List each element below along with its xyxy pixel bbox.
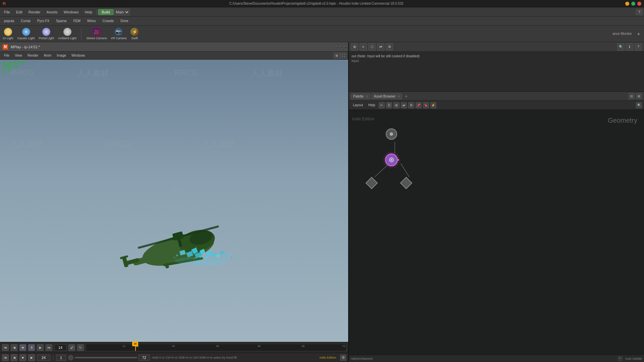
range-start-btn[interactable] (68, 355, 73, 360)
cut-btn[interactable]: ✂ (379, 102, 385, 108)
indie-edition-badge: Indie Edition (317, 356, 338, 359)
mplay-menu-render[interactable]: Render (25, 53, 41, 58)
right-panel: ⊞ ≡ ⬡ ⇄ ⚙ 🔍 ℹ ? out (Note: Input will be… (349, 42, 644, 362)
maximize-button[interactable] (631, 2, 635, 6)
viewport-toggle-btn[interactable]: ⊞ (333, 53, 340, 59)
help-button[interactable]: ? (636, 9, 643, 15)
caustic-light-button[interactable]: ✦ Caustic Light (17, 28, 35, 40)
shelf-tab-fem[interactable]: FEM (71, 18, 83, 23)
range-track[interactable] (75, 357, 137, 358)
node-transform[interactable] (402, 179, 411, 187)
fps-stop[interactable]: ■ (19, 354, 26, 361)
mplay-fps-bar: ⏮ ◀ ■ ▶ Hold H or Ctrl+H or Shift+H or C… (0, 353, 348, 362)
add-tab-btn[interactable]: + (404, 94, 409, 99)
shelf-tab-popula[interactable]: popula (1, 18, 17, 23)
menu-help[interactable]: Help (82, 9, 95, 15)
prev-frame-btn[interactable]: ◀ (11, 344, 17, 351)
connect-view-btn[interactable]: ⇄ (377, 43, 384, 51)
settings-icon[interactable]: ⚙ (340, 355, 346, 361)
ambient-light-button[interactable]: ◎ Ambient Light (58, 28, 76, 40)
settings-btn-3[interactable]: ⚙ (408, 102, 414, 108)
shelf-tab-crowds[interactable]: Crowds (100, 18, 116, 23)
node-merge-active[interactable] (385, 154, 398, 166)
panel-split-btn[interactable]: ⊟ (629, 93, 635, 99)
grid-btn[interactable]: ⊞ (393, 102, 399, 108)
loop-btn[interactable]: ↻ (77, 344, 84, 351)
node-graph-area[interactable]: Indie Edition Geometry (349, 110, 644, 355)
fullscreen-btn[interactable]: ⛶ (340, 53, 347, 59)
menu-assets[interactable]: Assets (44, 9, 60, 15)
mplay-menu: File View Render Anim Image Windows ⊞ ⛶ (0, 52, 348, 60)
fps-rewind[interactable]: ◀ (11, 354, 17, 361)
menu-edit[interactable]: Edit (13, 9, 25, 15)
build-button[interactable]: Build (98, 9, 113, 15)
menu-render[interactable]: Render (26, 9, 43, 15)
mplay-menu-file[interactable]: File (1, 53, 12, 58)
shelf-tab-contai[interactable]: Contai (18, 18, 33, 23)
frame-counter[interactable]: 14 (54, 344, 66, 351)
node-output[interactable] (386, 128, 397, 140)
panel-float-btn[interactable]: ⊞ (636, 93, 642, 99)
node-null[interactable] (367, 179, 376, 187)
fps-skip-start[interactable]: ⏮ (2, 354, 9, 361)
audio-btn[interactable]: 🔊 (68, 344, 75, 351)
mplay-menu-anim[interactable]: Anim (41, 53, 54, 58)
settings-btn-2[interactable]: ⚙ (386, 43, 393, 51)
mplay-close[interactable] (344, 46, 345, 48)
portal-light-button[interactable]: ⬡ Portal Light (39, 28, 54, 40)
skip-to-end-btn[interactable]: ⏭ (46, 344, 52, 351)
info-btn[interactable]: ℹ (626, 43, 633, 51)
shelf-tab-wires[interactable]: Wires (85, 18, 99, 23)
viewport[interactable]: ip-14:52:08 1280x720 fr 14 C RRCG 人人素材 R… (0, 60, 348, 342)
skip-to-start-btn[interactable]: ⏮ (2, 344, 9, 351)
shelf-tab-pyrofx[interactable]: Pyro FX (35, 18, 52, 23)
fps-input[interactable] (37, 355, 50, 361)
mplay-menu-view[interactable]: View (12, 53, 25, 58)
properties-panel: out (Note: Input will be still cooked if… (349, 52, 644, 92)
fps-play[interactable]: ▶ (28, 354, 35, 361)
layout-grid-btn[interactable]: ⊞ (351, 43, 358, 51)
node-list-btn[interactable]: ☰ (386, 102, 392, 108)
swift-button[interactable]: ⚡ Swift (130, 28, 139, 40)
frame-end-input[interactable] (139, 355, 150, 361)
add-monitor-btn[interactable]: + (636, 31, 641, 37)
help-tab[interactable]: Help (366, 103, 377, 108)
help-btn-2[interactable]: ? (635, 43, 642, 51)
pin-btn[interactable]: 📌 (416, 102, 422, 108)
filter-btn[interactable]: ⚡ (430, 102, 436, 108)
search-btn[interactable]: 🔍 (636, 102, 642, 108)
shelf-tab-drive[interactable]: Drive (118, 18, 131, 23)
pause-btn[interactable]: ⏸ (28, 344, 35, 351)
bookmark-btn[interactable]: 🔖 (423, 102, 429, 108)
stop-btn[interactable]: ■ (19, 344, 26, 351)
layout-label[interactable]: Layout (351, 103, 365, 108)
mplay-menu-image[interactable]: Image (54, 53, 69, 58)
node-view-btn[interactable]: ⬡ (368, 43, 376, 51)
minimize-button[interactable] (625, 2, 629, 6)
next-frame-btn[interactable]: ▶ (37, 344, 44, 351)
vr-camera-button[interactable]: 📷 VR Camera (111, 28, 126, 40)
menu-file[interactable]: File (1, 9, 13, 15)
zoom-in-btn[interactable]: 🔍 (617, 43, 625, 51)
watermark-6: RRCG (104, 139, 132, 149)
main-dropdown[interactable]: Main (114, 9, 130, 15)
list-view-btn[interactable]: ≡ (360, 43, 367, 51)
close-button[interactable] (637, 2, 641, 6)
network-editor[interactable]: Layout Help ✂ ☰ ⊞ ⇄ ⚙ 📌 🔖 ⚡ 🔍 Indie Edit… (349, 101, 644, 355)
asset-browser-tab[interactable]: Asset Browser × (372, 94, 402, 99)
vr-camera-label: VR Camera (111, 37, 126, 40)
watermark-7: 人人素材 (202, 139, 234, 149)
reload-btn[interactable]: ↻ (618, 356, 623, 361)
palette-tab[interactable]: Palette × (351, 94, 370, 99)
menu-windows[interactable]: Windows (61, 9, 82, 15)
shelf-tab-sparse[interactable]: Sparse (53, 18, 69, 23)
frame-start-input[interactable] (56, 355, 66, 361)
stereo-camera-button[interactable]: 🎥 Stereo Camera (86, 28, 107, 40)
mplay-maximize[interactable] (340, 46, 341, 48)
mplay-minimize[interactable] (336, 46, 337, 48)
gi-light-button[interactable]: ☀ GI Light (3, 28, 13, 40)
connect-btn[interactable]: ⇄ (401, 102, 407, 108)
mplay-menu-windows[interactable]: Windows (69, 53, 88, 58)
timeline-area[interactable]: 12 14 24 36 48 60 72 14 (86, 344, 346, 351)
perf-monitor-label[interactable]: ance Monitor (612, 32, 632, 36)
